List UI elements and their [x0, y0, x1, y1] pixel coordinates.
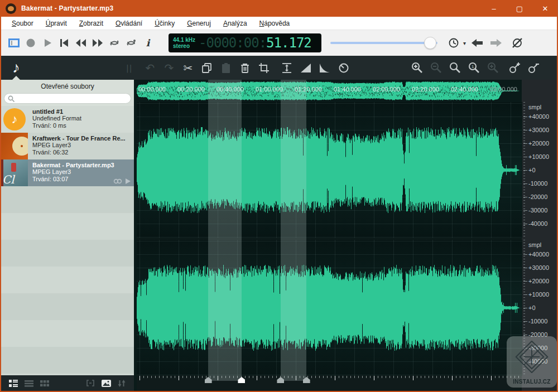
volume-slider-track[interactable]	[330, 42, 437, 44]
scale-label: +30000	[528, 127, 549, 133]
paste-icon[interactable]	[218, 60, 233, 75]
normalize-icon[interactable]	[279, 60, 294, 75]
loop-button[interactable]	[106, 36, 123, 50]
zoom-one-to-one-icon[interactable]: 1	[466, 60, 482, 75]
scale-label: -10000	[528, 180, 547, 187]
play-button[interactable]	[39, 36, 56, 50]
file-row-untitled[interactable]: ♪ untitled #1 Undefined Format Trvání: 0…	[1, 106, 134, 133]
zoom-selection-icon[interactable]	[448, 60, 463, 75]
search-input[interactable]	[15, 95, 121, 102]
view-grid-icon[interactable]	[37, 378, 52, 389]
file-duration: Trvání: 0 ms	[32, 122, 81, 129]
vertical-zoom-in-icon[interactable]	[507, 60, 522, 75]
skip-to-start-button[interactable]	[56, 36, 73, 50]
copy-icon[interactable]	[199, 60, 214, 75]
window-border	[0, 0, 1, 392]
tab-open-files[interactable]: ♪	[1, 56, 31, 80]
fade-out-icon[interactable]	[317, 60, 332, 75]
show-artwork-icon[interactable]	[98, 378, 114, 389]
search-icon	[8, 95, 15, 102]
time-digits-dim: -0000:00:	[199, 35, 266, 51]
window-title: Bakermat - Partystarter.mp3	[21, 4, 113, 12]
fast-forward-button[interactable]	[89, 36, 106, 50]
history-caret-icon[interactable]: ▾	[463, 40, 466, 46]
volume-slider[interactable]	[330, 37, 437, 49]
close-button[interactable]: ✕	[532, 0, 558, 17]
scale-tick	[523, 210, 527, 211]
scale-label: -10000	[528, 318, 547, 325]
info-button[interactable]: i	[140, 36, 156, 50]
menu-ovladani[interactable]: Ovládání	[109, 18, 148, 29]
file-format: MPEG Layer3	[32, 142, 126, 149]
view-list-icon[interactable]	[21, 378, 37, 389]
mini-play-icon[interactable]	[126, 178, 131, 184]
link-icon[interactable]	[113, 178, 122, 184]
maximize-button[interactable]: ▢	[507, 0, 532, 17]
toolbar-drag-handle[interactable]: ||	[126, 64, 132, 72]
delete-icon[interactable]	[237, 60, 252, 75]
record-button[interactable]	[22, 36, 39, 50]
navigate-forward-button[interactable]	[488, 36, 504, 50]
scale-label: +0	[528, 304, 536, 311]
navigate-back-button[interactable]	[469, 36, 485, 50]
menu-soubor[interactable]: Soubor	[6, 18, 40, 29]
scale-tick	[523, 117, 527, 117]
file-format: Undefined Format	[32, 115, 81, 122]
album-art	[1, 133, 28, 159]
file-row-bakermat-selected[interactable]: Cl Bakermat - Partystarter.mp3 MPEG Laye…	[1, 159, 134, 186]
file-row-kraftwerk[interactable]: Kraftwerk - Tour De France Re... MPEG La…	[1, 133, 134, 159]
trim-icon[interactable]	[256, 60, 271, 75]
group-link-icon[interactable]	[83, 378, 98, 389]
menu-generuj[interactable]: Generuj	[181, 18, 217, 29]
scale-label: -40000	[528, 220, 547, 227]
scale-tick	[523, 254, 527, 255]
scale-label: +10000	[528, 153, 549, 160]
minimize-button[interactable]: –	[481, 0, 507, 17]
loop-once-button[interactable]	[123, 36, 140, 50]
file-title: untitled #1	[32, 108, 81, 115]
menu-zobrazit[interactable]: Zobrazit	[73, 18, 109, 29]
waveform-left-channel[interactable]	[137, 102, 522, 238]
zoom-fit-icon[interactable]	[485, 60, 501, 75]
time-ruler[interactable]	[137, 376, 522, 391]
scale-tick	[523, 308, 527, 308]
menu-ucinky[interactable]: Účinky	[148, 18, 181, 29]
waveform-right-channel[interactable]	[137, 240, 522, 376]
scale-tick	[523, 197, 527, 197]
selection-region[interactable]	[208, 80, 242, 381]
menu-analyza[interactable]: Analýza	[217, 18, 253, 29]
menu-napoveda[interactable]: Nápověda	[253, 18, 296, 29]
ruler-label: 03:00.000	[490, 86, 517, 93]
rewind-button[interactable]	[73, 36, 89, 50]
selection-region[interactable]	[281, 80, 306, 381]
vertical-zoom-out-icon[interactable]	[526, 60, 541, 75]
selection-tool-icon[interactable]	[6, 36, 22, 50]
zoom-out-icon[interactable]	[429, 60, 444, 75]
scale-label: +20000	[528, 140, 549, 147]
gain-knob-icon[interactable]	[336, 60, 351, 75]
view-details-icon[interactable]	[6, 378, 21, 389]
title-bar: Bakermat - Partystarter.mp3 – ▢ ✕	[0, 0, 558, 17]
sample-rate-label: 44.1 kHz	[173, 37, 195, 43]
history-icon[interactable]	[445, 36, 462, 50]
ruler-label: 01:00.000	[256, 86, 283, 93]
realtime-preview-icon[interactable]	[509, 36, 525, 50]
watermark-text: INSTALUJ.CZ	[513, 379, 551, 385]
volume-slider-handle[interactable]	[424, 37, 436, 49]
sort-icon[interactable]	[114, 378, 129, 389]
waveform-editor[interactable]: 00:00.00000:20.00000:40.00001:00.00001:2…	[137, 80, 557, 391]
scale-tick	[523, 294, 527, 295]
cut-icon[interactable]: ✂	[180, 60, 195, 75]
ruler-label: 02:40.000	[451, 86, 478, 93]
redo-icon[interactable]: ↷	[161, 60, 176, 75]
search-box[interactable]	[4, 93, 131, 104]
undo-icon[interactable]: ↶	[142, 60, 157, 75]
menu-bar: Soubor Úpravit Zobrazit Ovládání Účinky …	[1, 17, 557, 30]
app-icon	[6, 3, 16, 14]
fade-in-icon[interactable]	[298, 60, 313, 75]
scale-label: +30000	[528, 264, 549, 271]
menu-upravit[interactable]: Úpravit	[40, 18, 73, 29]
scale-unit-label: smpl	[528, 241, 541, 248]
zoom-in-icon[interactable]	[410, 60, 425, 75]
scale-tick	[523, 130, 527, 130]
